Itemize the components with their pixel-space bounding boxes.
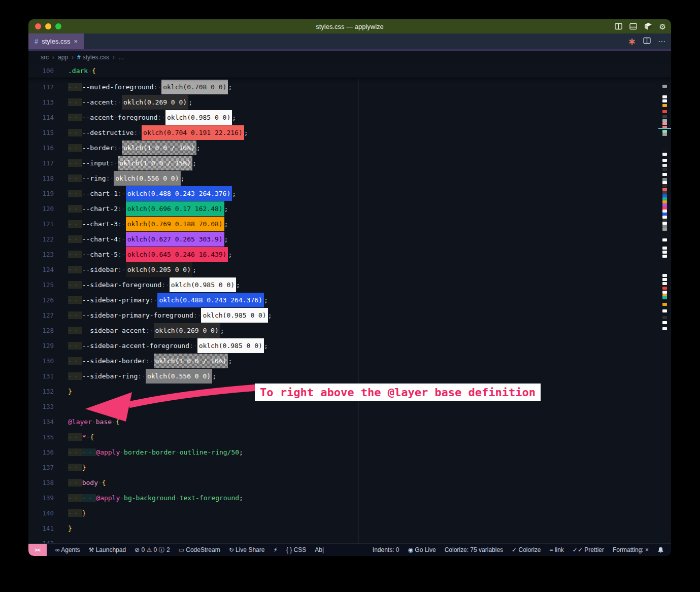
extensions-cube-icon[interactable] xyxy=(644,22,652,30)
breadcrumb-item-styles.css[interactable]: #styles.css xyxy=(77,54,109,61)
code-line-120[interactable]: 120··--chart-2:·oklch(0.696 0.17 162.48)… xyxy=(28,201,671,217)
code-token: ·· xyxy=(68,433,82,441)
status-item-prettier[interactable]: ✓✓ Prettier xyxy=(573,546,604,553)
editor-area[interactable]: 100.dark·{ 112··--muted-foreground:·oklc… xyxy=(28,64,671,544)
code-line-124[interactable]: 124··--sidebar:·oklch(0.205 0 0); xyxy=(28,262,671,277)
code-token: ·· xyxy=(68,327,82,334)
minimap-color-block xyxy=(662,133,667,136)
status-item-link-mode[interactable]: = link xyxy=(549,546,563,553)
code-line-128[interactable]: 128··--sidebar-accent:·oklch(0.269 0 0); xyxy=(28,323,671,338)
code-token: { xyxy=(92,67,96,75)
code-line-121[interactable]: 121··--chart-3:·oklch(0.769 0.188 70.08)… xyxy=(28,217,671,232)
notifications-bell-icon[interactable] xyxy=(657,546,664,553)
code-line-142[interactable]: 142 xyxy=(28,536,671,544)
status-item-indents[interactable]: Indents: 0 xyxy=(373,546,399,553)
line-number: 129 xyxy=(28,338,54,354)
status-item-launchpad[interactable]: ⚒ Launchpad xyxy=(89,546,126,553)
code-token: · xyxy=(118,98,122,106)
status-item-abl-indicator[interactable]: Ab| xyxy=(315,546,324,553)
minimap-color-block xyxy=(662,242,667,246)
code-line-131[interactable]: 131··--sidebar-ring:·oklch(0.556 0 0); xyxy=(28,369,671,384)
code-line-140[interactable]: 140··} xyxy=(28,506,671,521)
code-content: ··body·{ xyxy=(68,475,106,491)
status-item-remote-indicator[interactable]: >< xyxy=(28,544,47,556)
code-line-136[interactable]: 136····@apply·border-border·outline-ring… xyxy=(28,445,671,460)
status-item-codestream[interactable]: ▭ CodeStream xyxy=(179,546,220,553)
code-line-116[interactable]: 116··--border:·oklch(1 0 0 / 10%); xyxy=(28,141,671,156)
code-line-123[interactable]: 123··--chart-5:·oklch(0.645 0.246 16.439… xyxy=(28,247,671,262)
breadcrumb-item-[interactable]: … xyxy=(118,54,124,61)
code-token: · xyxy=(176,448,180,456)
minimap-color-block xyxy=(662,228,667,231)
code-line-126[interactable]: 126··--sidebar-primary:·oklch(0.488 0.24… xyxy=(28,293,671,308)
color-swatch-token: oklch(0.556 0 0) xyxy=(114,171,180,186)
line-number: 124 xyxy=(28,262,54,277)
status-item-go-live[interactable]: ◉ Go Live xyxy=(408,546,436,553)
code-content: ··--sidebar-accent-foreground:·oklch(0.9… xyxy=(68,338,268,354)
status-item-language-mode[interactable]: { } CSS xyxy=(286,546,306,553)
tab-styles-css[interactable]: # styles.css × xyxy=(28,33,84,49)
code-token: : xyxy=(161,281,165,289)
code-token: ·· xyxy=(82,448,96,456)
code-line-118[interactable]: 118··--ring:·oklch(0.556 0 0); xyxy=(28,171,671,186)
code-token: : xyxy=(193,311,197,319)
code-token: body xyxy=(82,479,98,486)
code-line-135[interactable]: 135··*·{ xyxy=(28,430,671,445)
minimap-color-block xyxy=(662,238,667,241)
code-line-133[interactable]: 133 xyxy=(28,399,671,414)
status-item-colorize-toggle[interactable]: ✓ Colorize xyxy=(512,546,541,553)
minimap-color-block xyxy=(662,327,667,330)
minimap-color-block xyxy=(662,278,667,281)
code-token: --border xyxy=(82,144,114,152)
status-item-agents[interactable]: ∞ Agents xyxy=(55,546,80,553)
code-line-129[interactable]: 129··--sidebar-accent-foreground:·oklch(… xyxy=(28,338,671,354)
status-item-formatting[interactable]: Formatting: × xyxy=(613,546,649,553)
status-item-thunder-client[interactable]: ⚡ xyxy=(273,546,277,553)
code-line-141[interactable]: 141} xyxy=(28,521,671,536)
toggle-panel-icon[interactable] xyxy=(629,23,637,30)
minimap-color-block xyxy=(662,287,667,290)
code-line-115[interactable]: 115··--destructive:·oklch(0.704 0.191 22… xyxy=(28,125,671,141)
code-line-100[interactable]: 100.dark·{ xyxy=(28,64,671,78)
code-line-125[interactable]: 125··--sidebar-foreground:·oklch(0.985 0… xyxy=(28,277,671,293)
code-line-127[interactable]: 127··--sidebar-primary-foreground:·oklch… xyxy=(28,308,671,323)
line-number: 139 xyxy=(28,491,54,506)
code-token: ·· xyxy=(68,494,82,502)
breadcrumb-item-app[interactable]: app xyxy=(58,54,68,61)
close-tab-icon[interactable]: × xyxy=(74,38,78,45)
breadcrumb-item-src[interactable]: src xyxy=(41,54,49,61)
status-item-colorize-count[interactable]: Colorize: 75 variables xyxy=(445,546,503,553)
minimap[interactable] xyxy=(661,19,669,544)
line-number: 115 xyxy=(28,125,54,141)
code-line-137[interactable]: 137··} xyxy=(28,460,671,475)
code-token: · xyxy=(122,251,126,258)
code-line-134[interactable]: 134@layer·base·{ xyxy=(28,414,671,430)
split-editor-icon[interactable] xyxy=(643,37,651,46)
color-swatch-token: oklch(0.769 0.188 70.08) xyxy=(126,217,224,231)
code-line-130[interactable]: 130··--sidebar-border:·oklch(1 0 0 / 10%… xyxy=(28,354,671,369)
code-line-139[interactable]: 139····@apply·bg-background·text-foregro… xyxy=(28,491,671,506)
code-content: ··--sidebar-ring:·oklch(0.556 0 0); xyxy=(68,369,216,384)
sparkle-extension-icon[interactable]: ∗ xyxy=(628,37,636,46)
code-rows: 112··--muted-foreground:·oklch(0.708 0 0… xyxy=(28,80,671,544)
code-token: --chart-5 xyxy=(82,251,118,258)
code-line-113[interactable]: 113··--accent:·oklch(0.269 0 0); xyxy=(28,95,671,110)
split-editor-icon[interactable] xyxy=(615,23,622,30)
code-line-138[interactable]: 138··body·{ xyxy=(28,475,671,491)
color-swatch-token: oklch(0.708 0 0) xyxy=(161,80,228,94)
color-swatch-token: oklch(0.985 0 0) xyxy=(165,110,232,125)
code-token: ; xyxy=(220,327,224,334)
color-swatch-token: oklch(0.627 0.265 303.9) xyxy=(126,232,224,247)
code-line-117[interactable]: 117··--input:·oklch(1 0 0 / 15%); xyxy=(28,156,671,171)
code-line-119[interactable]: 119··--chart-1:·oklch(0.488 0.243 264.37… xyxy=(28,186,671,201)
line-number: 127 xyxy=(28,308,54,323)
code-line-112[interactable]: 112··--muted-foreground:·oklch(0.708 0 0… xyxy=(28,80,671,95)
code-line-132[interactable]: 132} xyxy=(28,384,671,399)
status-item-live-share[interactable]: ↻ Live Share xyxy=(229,546,265,553)
status-item-problems[interactable]: ⊘ 0 ⚠ 0 ⓘ 2 xyxy=(135,546,170,554)
code-line-114[interactable]: 114··--accent-foreground:·oklch(0.985 0 … xyxy=(28,110,671,125)
code-line-122[interactable]: 122··--chart-4:·oklch(0.627 0.265 303.9)… xyxy=(28,232,671,247)
code-token: { xyxy=(90,433,94,441)
sticky-scroll-line[interactable]: 100.dark·{ xyxy=(28,64,671,78)
code-token: --sidebar-accent-foreground xyxy=(82,342,189,350)
